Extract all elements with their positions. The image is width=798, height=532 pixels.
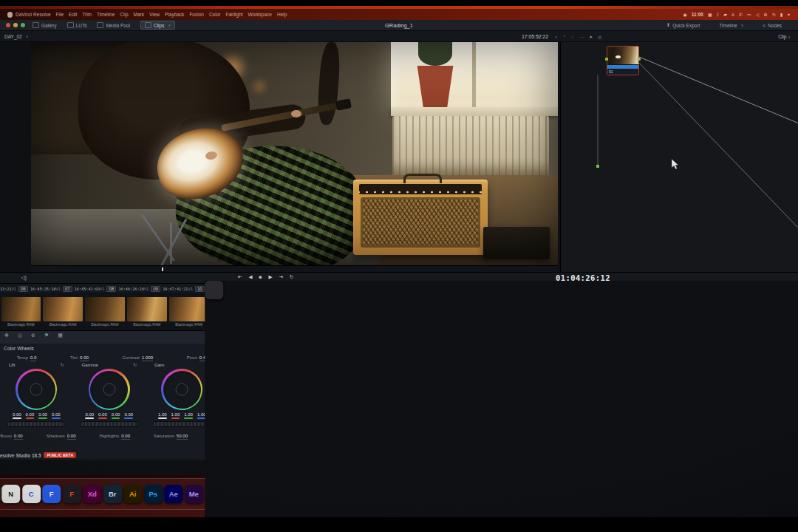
menu-item[interactable]: Edit xyxy=(69,12,77,17)
status-icon[interactable]: ▦ xyxy=(708,12,712,17)
param[interactable]: Tint0.00 xyxy=(70,355,89,360)
dock-app-icon[interactable]: Me xyxy=(185,485,203,503)
status-icon[interactable]: 11:00 xyxy=(692,12,703,17)
menu-item[interactable]: File xyxy=(56,12,64,17)
dock-app-icon[interactable]: N xyxy=(1,485,20,503)
clips-toggle-button[interactable]: Clips∨ xyxy=(140,21,175,30)
dock-item[interactable]: Ae xyxy=(164,485,183,503)
clip-thumbnail[interactable]: Blackmagic RAW xyxy=(0,297,42,330)
master-wheel-slider[interactable] xyxy=(7,421,65,427)
status-icon[interactable]: ↻ xyxy=(772,12,776,17)
clip-thumbnail[interactable]: Blackmagic RAW xyxy=(168,297,210,330)
param[interactable]: Shadows0.00 xyxy=(47,433,76,438)
dock-app-icon[interactable]: Ae xyxy=(164,485,183,503)
param[interactable]: Contrast1.000 xyxy=(122,355,153,360)
dock-app-icon[interactable]: Br xyxy=(103,485,122,503)
menu-item[interactable]: DaVinci Resolve xyxy=(16,12,51,17)
viewer[interactable] xyxy=(31,42,558,265)
clip-thumbnail[interactable]: Blackmagic RAW xyxy=(84,297,126,330)
viewer-tool-icon[interactable]: ⁘ xyxy=(570,34,574,39)
window-controls[interactable] xyxy=(6,23,25,27)
master-wheel-slider[interactable] xyxy=(153,421,211,427)
menu-item[interactable]: Timeline xyxy=(97,12,115,17)
color-wheel[interactable] xyxy=(161,369,202,410)
menu-item[interactable]: Mark xyxy=(134,12,144,17)
reset-icon[interactable]: ↻ xyxy=(60,362,64,367)
status-icon[interactable]: ▭ xyxy=(747,12,751,17)
clip-thumbnail-image[interactable] xyxy=(43,297,83,321)
toolbar-icon[interactable]: ✥ xyxy=(4,332,9,338)
menu-item[interactable]: View xyxy=(149,12,160,17)
media-pool-button[interactable]: Media Pool xyxy=(97,22,130,28)
menu-item[interactable]: Help xyxy=(277,12,287,17)
toolbar-icon[interactable]: ◎ xyxy=(18,332,22,338)
dock-item[interactable]: Xd xyxy=(83,485,101,503)
menu-item[interactable]: Fusion xyxy=(189,12,204,17)
status-icon[interactable]: ✦ xyxy=(787,12,791,17)
status-icon[interactable]: ▰ xyxy=(723,12,727,17)
clip-thumbnail-image[interactable] xyxy=(85,297,125,321)
viewer-tool-icon[interactable]: ◔ xyxy=(563,34,566,39)
dock-item[interactable]: F xyxy=(42,485,61,503)
dock-app-icon[interactable]: Xd xyxy=(83,485,101,503)
dock-app-icon[interactable]: Ai xyxy=(123,485,142,503)
dock-app-icon[interactable] xyxy=(205,281,223,299)
viewer-tool-icon[interactable]: ◎ xyxy=(598,34,601,39)
toolbar-icon[interactable]: ⚑ xyxy=(44,332,49,338)
param[interactable]: Color Boost0.00 xyxy=(0,433,23,438)
dock-app-icon[interactable]: Ps xyxy=(144,485,163,503)
apple-menu-icon[interactable] xyxy=(7,12,13,18)
dock-app-icon[interactable]: C xyxy=(22,485,41,503)
gallery-button[interactable]: Gallery xyxy=(33,22,57,28)
status-icon[interactable]: ᛒ xyxy=(717,13,720,17)
transport-button[interactable]: ⇤ xyxy=(238,274,242,280)
toolbar-icon[interactable]: ⊕ xyxy=(31,332,35,338)
dock-item[interactable]: N xyxy=(1,485,20,503)
menu-item[interactable]: Trim xyxy=(82,12,92,17)
timeline-clip-entry[interactable]: V1 07 16:45:41:03 xyxy=(55,286,100,292)
mute-icon[interactable]: ◁) xyxy=(21,275,27,281)
transport-button[interactable]: ⇥ xyxy=(279,274,282,280)
menu-item[interactable]: Color xyxy=(209,12,221,17)
status-icon[interactable]: ◁ xyxy=(756,12,760,17)
dock-item[interactable]: Br xyxy=(103,485,122,503)
clip-thumbnail-image[interactable] xyxy=(1,297,41,321)
viewer-tool-icon[interactable]: ➤ xyxy=(589,34,593,39)
viewer-timecode[interactable]: 17:05:52:22 xyxy=(522,34,548,39)
dock-item[interactable]: Ai xyxy=(123,485,142,503)
param[interactable]: Temp0.0 xyxy=(17,355,37,360)
dock-item[interactable]: Ps xyxy=(144,485,163,503)
transport-button[interactable]: ↻ xyxy=(290,274,293,280)
menu-item[interactable]: Workspace xyxy=(248,12,272,17)
status-icon[interactable]: ⚙ xyxy=(763,12,767,17)
timeline-dropdown[interactable]: Timeline∨ xyxy=(719,23,743,28)
timeline-clip-entry[interactable]: V1 08 16:46:26:20 xyxy=(100,286,144,292)
param[interactable]: Highlights0.00 xyxy=(99,433,130,438)
timeline-clip-entry[interactable]: V1 09 16:47:41:21 xyxy=(144,286,188,292)
dock-app-icon[interactable]: F xyxy=(42,485,61,503)
clip-thumbnail-image[interactable] xyxy=(169,297,209,321)
menu-item[interactable]: Fairlight xyxy=(225,12,242,17)
dock-item[interactable]: C xyxy=(22,485,41,503)
timeline-clip-entry[interactable]: V1 06 16:45:25:18 xyxy=(12,286,56,292)
clip-thumbnail-image[interactable] xyxy=(127,297,167,321)
node-view-selector[interactable]: Clip∨ xyxy=(778,31,791,42)
timeline-selector[interactable]: DAY_02∨ xyxy=(4,34,28,39)
viewer-tool-icon[interactable]: ⋯ xyxy=(579,34,584,39)
menu-item[interactable]: Playback xyxy=(165,12,184,17)
status-icon[interactable]: ◉ xyxy=(683,12,686,17)
master-wheel-slider[interactable] xyxy=(81,421,138,427)
quick-export-button[interactable]: ⬆Quick Export xyxy=(666,22,700,28)
color-wheel[interactable] xyxy=(16,369,57,410)
nodes-button[interactable]: <Nodes xyxy=(763,23,782,28)
status-icon[interactable]: ▮ xyxy=(780,12,782,17)
status-icon[interactable]: A xyxy=(732,13,734,17)
corrector-node[interactable]: 01 xyxy=(607,46,639,75)
color-wheel[interactable] xyxy=(89,369,130,410)
dock-app-icon[interactable]: F xyxy=(63,485,81,503)
param[interactable]: Saturation50.00 xyxy=(154,433,188,438)
node-graph[interactable]: 01 xyxy=(560,42,798,272)
reset-icon[interactable]: ↻ xyxy=(133,362,137,367)
dock-item[interactable]: Me xyxy=(185,485,203,503)
dock-item[interactable] xyxy=(205,281,798,532)
